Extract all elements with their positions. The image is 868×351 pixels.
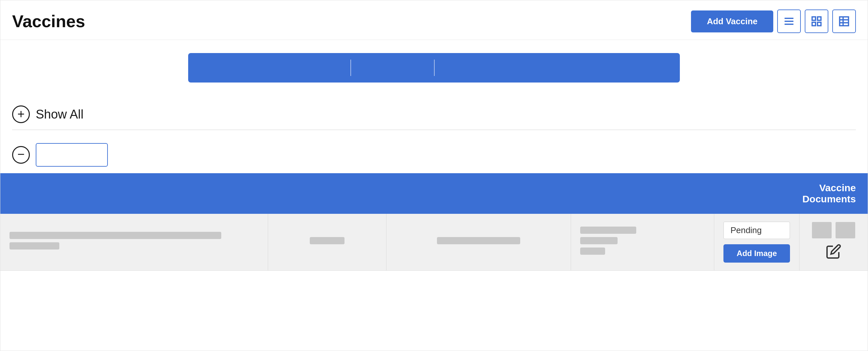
skeleton-col2-line: [310, 237, 344, 244]
status-badge: Pending: [723, 222, 790, 239]
table-cell-col3: [386, 214, 571, 271]
table-cell-status: Pending Add Image: [714, 214, 800, 271]
doc-thumbnails: [812, 222, 855, 238]
skeleton-col3-line: [437, 237, 520, 244]
list-view-icon: [783, 15, 795, 27]
grid-view-icon: [811, 15, 823, 27]
show-all-label: Show All: [36, 107, 84, 121]
table-header-label: VaccineDocuments: [802, 182, 856, 205]
collapse-toggle[interactable]: −: [12, 146, 30, 164]
doc-thumbnail-2: [836, 222, 855, 238]
add-vaccine-button[interactable]: Add Vaccine: [691, 10, 773, 32]
skeleton-name-line2: [9, 242, 59, 249]
skeleton-col4-line2: [580, 237, 618, 244]
edit-button[interactable]: [826, 244, 841, 262]
page-container: Vaccines Add Vaccine: [0, 0, 868, 351]
search-divider2: [434, 60, 435, 76]
plus-icon: +: [18, 108, 25, 120]
skeleton-col4-line1: [580, 226, 636, 234]
add-image-button[interactable]: Add Image: [723, 244, 790, 262]
table-header-bar: VaccineDocuments: [0, 173, 868, 214]
svg-rect-6: [817, 22, 821, 26]
header-actions: Add Vaccine: [691, 9, 856, 33]
detail-view-icon: [838, 15, 850, 27]
table-cell-col2: [268, 214, 386, 271]
list-view-button[interactable]: [777, 9, 801, 33]
grid-view-button[interactable]: [805, 9, 828, 33]
edit-icon: [826, 244, 841, 259]
skeleton-col4-line3: [580, 248, 605, 255]
table-row: Pending Add Image: [0, 214, 868, 271]
detail-view-button[interactable]: [832, 9, 856, 33]
show-all-section: + Show All: [0, 89, 868, 130]
page-title: Vaccines: [12, 11, 85, 31]
search-section: [0, 40, 868, 89]
table-cell-name: [0, 214, 268, 271]
svg-rect-5: [812, 22, 816, 26]
search-divider1: [350, 60, 351, 76]
table-cell-col4: [571, 214, 714, 271]
minus-icon: −: [18, 148, 25, 161]
doc-thumbnail-1: [812, 222, 832, 238]
svg-rect-3: [812, 17, 816, 21]
group-selector-input[interactable]: [36, 143, 108, 167]
search-bar: [188, 53, 680, 82]
svg-rect-7: [840, 17, 849, 26]
show-all-toggle[interactable]: +: [12, 105, 30, 123]
table-cell-docs: [800, 214, 868, 271]
header: Vaccines Add Vaccine: [0, 0, 868, 40]
expanded-section: −: [0, 130, 868, 173]
svg-rect-4: [817, 17, 821, 21]
skeleton-name-line1: [9, 232, 221, 239]
